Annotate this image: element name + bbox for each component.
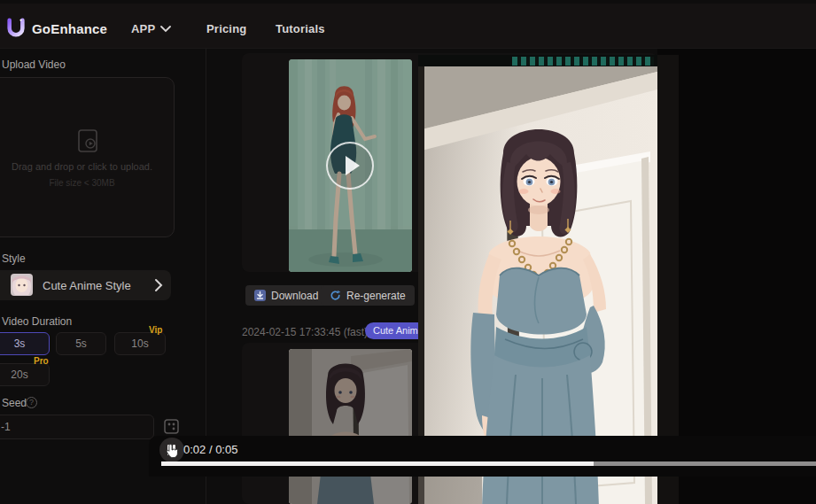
playback-time: 0:02 / 0:05 <box>183 443 237 456</box>
nav-item-pricing[interactable]: Pricing <box>206 22 246 35</box>
video-file-icon <box>77 129 98 152</box>
upload-video-label: Upload Video <box>2 58 66 71</box>
random-seed-dice-icon[interactable] <box>164 419 179 434</box>
duration-3s-button[interactable]: 3s <box>0 332 50 355</box>
progress-played <box>161 461 594 466</box>
refresh-icon <box>330 290 341 301</box>
nav-item-tutorials[interactable]: Tutorials <box>276 22 325 35</box>
goenhance-app-screen: GoEnhance APP Pricing Tutorials Upload V… <box>0 0 816 504</box>
style-label: Style <box>2 252 26 265</box>
pro-badge: Pro <box>34 356 49 366</box>
download-button[interactable]: Download <box>245 285 327 306</box>
progress-bar[interactable] <box>161 461 816 466</box>
regenerate-button[interactable]: Re-generate <box>321 285 415 306</box>
chevron-down-icon <box>160 26 171 33</box>
dropzone-hint: Drag and drop or click to upload. <box>0 161 175 172</box>
seed-help-icon[interactable]: ? <box>26 397 37 408</box>
video-thumbnail-2[interactable] <box>289 349 412 504</box>
cursor-pointer-icon <box>165 444 178 459</box>
play-button[interactable] <box>326 142 374 190</box>
teal-dash-strip <box>512 57 654 66</box>
video-duration-label: Video Duration <box>2 315 72 328</box>
duration-20s-button[interactable]: 20s <box>0 363 50 386</box>
chevron-right-icon <box>154 278 163 292</box>
nav-item-app[interactable]: APP <box>131 22 155 35</box>
download-button-label: Download <box>271 290 318 302</box>
video-player-controls: 0:02 / 0:05 <box>149 436 816 477</box>
download-icon <box>254 290 266 301</box>
duration-5s-button[interactable]: 5s <box>56 332 106 355</box>
brand-name[interactable]: GoEnhance <box>32 21 107 36</box>
upload-dropzone[interactable]: Drag and drop or click to upload. File s… <box>0 77 175 237</box>
style-selector[interactable]: Cute Anime Style <box>0 270 171 300</box>
seed-input[interactable] <box>0 415 154 439</box>
dropzone-filesize-hint: File size < 30MB <box>0 178 175 188</box>
top-navbar: GoEnhance APP Pricing Tutorials <box>0 4 816 49</box>
style-thumbnail <box>11 274 33 296</box>
play-icon <box>346 156 360 175</box>
duration-10s-button[interactable]: 10s <box>114 332 166 355</box>
regenerate-button-label: Re-generate <box>346 290 406 302</box>
style-value: Cute Anime Style <box>43 279 131 292</box>
goenhance-logo-icon[interactable] <box>6 18 26 37</box>
preview-top-band <box>418 55 657 66</box>
generation-timestamp: 2024-02-15 17:33:45 (fast) <box>242 326 368 338</box>
seed-label: Seed <box>2 397 27 409</box>
vip-badge: Vip <box>149 325 162 335</box>
